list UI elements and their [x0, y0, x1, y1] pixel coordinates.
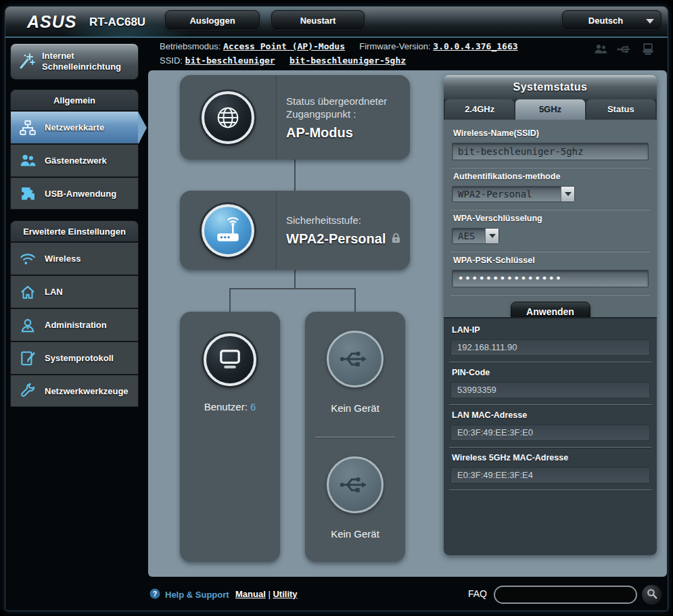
- language-select[interactable]: Deutsch: [562, 10, 662, 30]
- system-status-panel: Systemstatus 2.4GHz 5GHz Status Wireless…: [444, 75, 657, 555]
- lan-icon: [18, 283, 38, 302]
- sidebar-section-advanced: Erweiterte Einstellungen Wireless LAN Ad…: [10, 220, 139, 407]
- monitor-icon: [204, 333, 256, 386]
- ssid-label: SSID:: [160, 55, 183, 66]
- logout-button[interactable]: Ausloggen: [165, 10, 260, 30]
- operation-mode-line: Betriebsmodus: Access Point (AP)-Modus F…: [160, 41, 518, 51]
- ap-status-card[interactable]: Status übergeordneter Zugangspunkt : AP-…: [180, 75, 410, 160]
- operation-mode-link[interactable]: Access Point (AP)-Modus: [223, 41, 345, 51]
- auth-method-label: Authentifikations-methode: [453, 172, 649, 181]
- auth-method-value: WPA2-Personal: [452, 187, 538, 202]
- wireless-settings-form: Wireless-Name(SSID) bit-beschleuniger-5g…: [444, 120, 657, 317]
- divider: [449, 404, 651, 405]
- connector-line: [229, 288, 231, 312]
- sidebar-item-label: USB-Anwendung: [45, 189, 116, 199]
- psk-label: WPA-PSK-Schlüssel: [453, 256, 649, 265]
- page: ASUS RT-AC68U Ausloggen Neustart Deutsch…: [0, 0, 673, 616]
- ssid-input[interactable]: bit-beschleuniger-5ghz: [452, 143, 649, 160]
- system-log-icon: [18, 349, 38, 368]
- clients-card[interactable]: Benutzer: 6: [180, 312, 280, 562]
- pin-code-value: 53993359: [450, 382, 650, 398]
- manual-link[interactable]: Manual: [235, 589, 266, 599]
- sidebar-item-label: Gästenetzwerk: [45, 156, 107, 166]
- encryption-select[interactable]: AES: [452, 228, 499, 244]
- ssid-field-label: Wireless-Name(SSID): [453, 128, 649, 138]
- network-map-icon: [18, 118, 38, 137]
- divider: [449, 490, 651, 490]
- footer-links: Manual | Utility: [235, 589, 298, 599]
- faq-search-button[interactable]: [641, 584, 662, 605]
- clients-icon[interactable]: [593, 42, 608, 57]
- ap-status-label: Status übergeordneter Zugangspunkt :: [286, 95, 402, 121]
- asus-logo: ASUS: [27, 12, 76, 32]
- wireless-5ghz-mac-label: Wireless 5GHz MAC-Adresse: [452, 453, 650, 463]
- faq-label: FAQ: [468, 588, 487, 599]
- header-status-icons: [593, 42, 655, 57]
- sidebar-item-label: Systemprotokoll: [45, 353, 114, 363]
- svg-text:?: ?: [153, 590, 157, 598]
- sidebar-item-label: Internet Schnelleinrichtung: [42, 51, 133, 73]
- sidebar-item-label: Wireless: [45, 254, 80, 264]
- search-icon: [646, 588, 658, 602]
- router-admin-window: ASUS RT-AC68U Ausloggen Neustart Deutsch…: [5, 6, 668, 611]
- section-title: Allgemein: [10, 89, 139, 110]
- security-card[interactable]: Sicherheitsstufe: WPA2-Personal: [180, 191, 410, 270]
- sidebar-item-wireless[interactable]: Wireless: [10, 241, 139, 275]
- sidebar-item-label: Netzwerkkarte: [45, 122, 104, 133]
- sidebar-item-administration[interactable]: Administration: [10, 308, 139, 341]
- sidebar-section-general: Allgemein Netzwerkkarte Gästenetzwerk US…: [10, 89, 139, 210]
- language-label: Deutsch: [588, 16, 623, 26]
- lan-mac-value: E0:3F:49:EE:3F:E0: [450, 425, 650, 441]
- sidebar-item-label: LAN: [45, 287, 63, 297]
- sidebar-item-usb-application[interactable]: USB-Anwendung: [10, 176, 139, 210]
- lan-ip-label: LAN-IP: [452, 325, 650, 335]
- reboot-button[interactable]: Neustart: [271, 10, 365, 30]
- chevron-down-icon[interactable]: [485, 229, 498, 243]
- sidebar-item-network-tools[interactable]: Netzwerkwerkzeuge: [10, 374, 139, 407]
- faq-search-input[interactable]: [494, 586, 637, 604]
- usb-top-status: Kein Gerät: [331, 402, 379, 414]
- psk-input[interactable]: •••••••••••••••: [452, 270, 649, 287]
- usb-icon: [327, 331, 384, 387]
- divider: [450, 167, 650, 168]
- firmware-link[interactable]: 3.0.0.4.376_1663: [433, 41, 517, 51]
- encryption-label: WPA-Verschlüsselung: [453, 214, 649, 223]
- usb-icon[interactable]: [616, 42, 632, 57]
- wireless-5ghz-mac-value: E0:3F:49:EE:3F:E4: [450, 467, 650, 483]
- router-icon: [180, 204, 276, 257]
- tab-5ghz[interactable]: 5GHz: [515, 99, 584, 120]
- clients-count: Benutzer: 6: [204, 401, 256, 412]
- usb-card[interactable]: Kein Gerät Kein Gerät: [305, 312, 405, 562]
- tab-24ghz[interactable]: 2.4GHz: [445, 99, 514, 120]
- lan-ip-value: 192.168.111.90: [450, 339, 650, 356]
- lan-mac-label: LAN MAC-Adresse: [452, 410, 650, 420]
- auth-method-select[interactable]: WPA2-Personal: [452, 186, 575, 202]
- chevron-down-icon[interactable]: [561, 187, 574, 202]
- globe-icon: [180, 91, 276, 144]
- usb-bottom-status: Kein Gerät: [331, 528, 379, 540]
- sidebar-item-lan[interactable]: LAN: [10, 275, 139, 308]
- ssid-5ghz-link[interactable]: bit-beschleuniger-5ghz: [289, 55, 406, 66]
- sidebar-item-system-log[interactable]: Systemprotokoll: [10, 341, 139, 374]
- connector-line: [229, 288, 356, 289]
- sidebar-item-label: Administration: [45, 320, 107, 330]
- sidebar-item-network-map[interactable]: Netzwerkkarte: [10, 110, 139, 143]
- link-separator: |: [268, 589, 270, 599]
- tab-status[interactable]: Status: [586, 99, 655, 120]
- section-title: Erweiterte Einstellungen: [10, 220, 139, 241]
- operation-mode-label: Betriebsmodus:: [160, 41, 221, 51]
- network-map-panel: Status übergeordneter Zugangspunkt : AP-…: [148, 70, 667, 577]
- usb-app-icon: [18, 184, 38, 203]
- divider: [450, 294, 650, 295]
- pin-code-label: PIN-Code: [452, 368, 650, 377]
- sidebar-item-guest-network[interactable]: Gästenetzwerk: [10, 143, 139, 176]
- divider: [449, 362, 651, 362]
- help-support-link[interactable]: ? Help & Support: [149, 588, 229, 601]
- status-info-section: LAN-IP 192.168.111.90 PIN-Code 53993359 …: [444, 317, 657, 555]
- sidebar-item-label: Netzwerkwerkzeuge: [45, 386, 129, 396]
- sidebar-item-quick-setup[interactable]: Internet Schnelleinrichtung: [10, 43, 139, 80]
- printer-icon[interactable]: [641, 42, 655, 57]
- utility-link[interactable]: Utility: [273, 589, 297, 599]
- ap-status-value: AP-Modus: [286, 125, 402, 141]
- ssid-24ghz-link[interactable]: bit-beschleuniger: [185, 55, 275, 66]
